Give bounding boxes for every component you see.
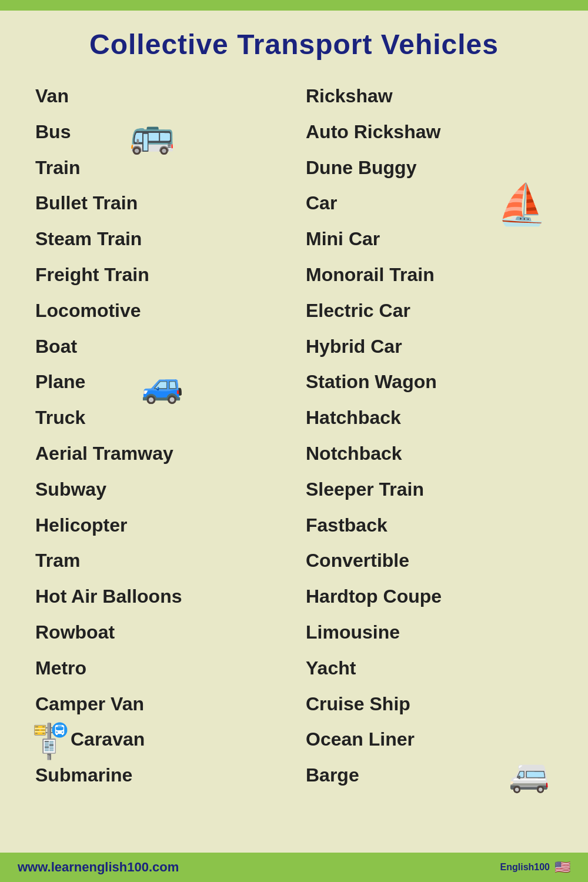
list-item: 🚏 Caravan [35, 721, 282, 757]
list-item: Boat [35, 329, 282, 365]
list-item: Limousine [306, 614, 553, 650]
top-bar [0, 0, 588, 11]
page-header: Collective Transport Vehicles [0, 11, 588, 72]
list-item: Mini Car [306, 221, 553, 257]
main-content: Van Bus 🚌 Train Bullet Train Steam Train [0, 72, 588, 853]
list-item: Yacht [306, 650, 553, 686]
list-item: Cruise Ship [306, 686, 553, 722]
list-item: Aerial Tramway [35, 436, 282, 472]
list-item: Submarine [35, 757, 282, 793]
list-item: Subway [35, 472, 282, 507]
list-item: Convertible [306, 543, 553, 579]
list-item: Tram [35, 543, 282, 579]
flag-icon: 🇺🇸 [554, 860, 570, 875]
page-title: Collective Transport Vehicles [12, 28, 576, 61]
list-item: Fastback [306, 507, 553, 543]
list-item: Car ⛵ [306, 185, 553, 221]
list-item: Electric Car [306, 293, 553, 329]
list-item: Monorail Train [306, 257, 553, 293]
list-item: Hatchback [306, 400, 553, 436]
list-item: Steam Train [35, 221, 282, 257]
list-item: Notchback [306, 436, 553, 472]
footer-url: www.learnenglish100.com [18, 860, 179, 875]
list-item: Truck [35, 400, 282, 436]
list-item: Hardtop Coupe [306, 579, 553, 614]
list-item: Barge 🚐 [306, 757, 553, 793]
list-item: Locomotive [35, 293, 282, 329]
list-item: Sleeper Train [306, 472, 553, 507]
list-item: Helicopter [35, 507, 282, 543]
brand-label: English100 [500, 862, 550, 873]
list-item: Bus 🚌 [35, 114, 282, 150]
list-item: Rickshaw [306, 78, 553, 114]
list-item: Hybrid Car [306, 329, 553, 365]
left-column: Van Bus 🚌 Train Bullet Train Steam Train [24, 78, 294, 793]
list-item: Station Wagon [306, 364, 553, 400]
list-item: Hot Air Balloons [35, 579, 282, 614]
list-item: Auto Rickshaw [306, 114, 553, 150]
list-item: Metro [35, 650, 282, 686]
list-item: Bullet Train [35, 185, 282, 221]
list-item: Camper Van [35, 686, 282, 722]
columns-container: Van Bus 🚌 Train Bullet Train Steam Train [24, 78, 564, 793]
list-item: Plane 🚙 [35, 364, 282, 400]
right-column: Rickshaw Auto Rickshaw Dune Buggy Car ⛵ … [294, 78, 564, 793]
list-item: Freight Train [35, 257, 282, 293]
footer: www.learnenglish100.com English100 🇺🇸 [0, 853, 588, 882]
camper-van-icon: 🚐 [509, 752, 550, 798]
list-item: Train [35, 150, 282, 186]
list-item: Van [35, 78, 282, 114]
footer-brand: English100 🇺🇸 [500, 860, 570, 875]
list-item: Rowboat [35, 614, 282, 650]
